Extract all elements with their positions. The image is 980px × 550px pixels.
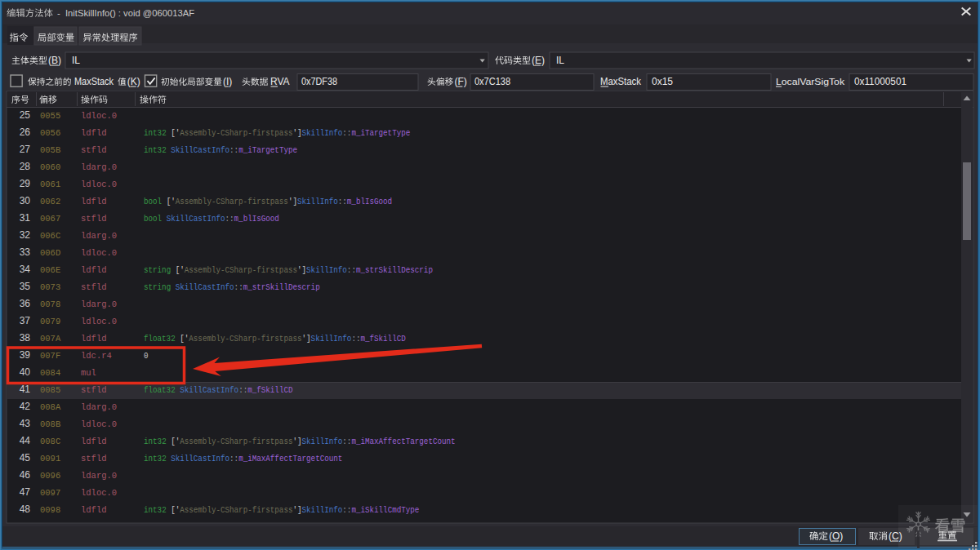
svg-text:[': [' bbox=[180, 334, 189, 344]
svg-text:ldloc.0: ldloc.0 bbox=[81, 317, 117, 326]
svg-text:MaxStack: MaxStack bbox=[600, 76, 642, 87]
svg-text:SkillCastInfo: SkillCastInfo bbox=[171, 145, 229, 155]
svg-text:42: 42 bbox=[20, 401, 31, 412]
svg-text:0062: 0062 bbox=[40, 197, 60, 206]
svg-text:30: 30 bbox=[20, 195, 31, 206]
svg-text:[': [' bbox=[171, 505, 180, 515]
svg-text:0073: 0073 bbox=[40, 282, 60, 292]
svg-text:::: :: bbox=[238, 385, 247, 395]
svg-text:25: 25 bbox=[20, 109, 31, 121]
svg-text:44: 44 bbox=[20, 435, 31, 446]
svg-text:0078: 0078 bbox=[40, 299, 60, 309]
svg-text:LocalVarSigTok: LocalVarSigTok bbox=[776, 77, 844, 86]
svg-text:float32: float32 bbox=[144, 385, 180, 395]
svg-text:SkillCastInfo: SkillCastInfo bbox=[180, 385, 238, 395]
svg-text:47: 47 bbox=[20, 486, 31, 498]
svg-text:33: 33 bbox=[20, 246, 31, 258]
svg-text:::: :: bbox=[342, 437, 351, 446]
svg-text:(E): (E) bbox=[532, 55, 545, 66]
svg-text:ldarg.0: ldarg.0 bbox=[81, 402, 117, 412]
svg-text:IL: IL bbox=[556, 55, 564, 66]
svg-text:- InitSkillInfo() : void @060: - InitSkillInfo() : void @060013AF bbox=[57, 8, 194, 18]
svg-text:43: 43 bbox=[20, 418, 31, 429]
svg-text:float32: float32 bbox=[144, 334, 180, 344]
svg-text:::: :: bbox=[229, 454, 238, 464]
svg-text:int32: int32 bbox=[144, 128, 171, 138]
svg-text:(I): (I) bbox=[223, 76, 232, 87]
svg-text:SkillCastInfo: SkillCastInfo bbox=[176, 282, 234, 292]
svg-text:006C: 006C bbox=[40, 231, 61, 241]
svg-text:stfld: stfld bbox=[81, 145, 107, 155]
svg-text:::: :: bbox=[229, 145, 238, 155]
svg-text:SkillInfo: SkillInfo bbox=[302, 128, 343, 138]
svg-text:34: 34 bbox=[20, 264, 31, 275]
svg-text:string: string bbox=[144, 282, 176, 292]
svg-text:::: :: bbox=[342, 505, 351, 515]
svg-text:005B: 005B bbox=[40, 145, 61, 155]
svg-text:[': [' bbox=[167, 197, 176, 206]
svg-text:::: :: bbox=[225, 214, 234, 224]
svg-text:(F): (F) bbox=[454, 76, 466, 87]
svg-text:m_iSkillCmdType: m_iSkillCmdType bbox=[351, 505, 419, 515]
svg-text:28: 28 bbox=[20, 161, 31, 172]
svg-text:0x11000501: 0x11000501 bbox=[854, 76, 906, 87]
svg-text:46: 46 bbox=[20, 469, 31, 481]
svg-text:0097: 0097 bbox=[40, 488, 60, 498]
svg-text:0091: 0091 bbox=[40, 454, 61, 464]
svg-text:m_iTargetType: m_iTargetType bbox=[351, 128, 410, 138]
svg-text:ldfld: ldfld bbox=[81, 505, 107, 515]
svg-text:(O): (O) bbox=[829, 530, 843, 542]
svg-text:36: 36 bbox=[20, 298, 31, 309]
svg-text:48: 48 bbox=[20, 503, 31, 515]
svg-text:(B): (B) bbox=[48, 55, 61, 66]
svg-text:0084: 0084 bbox=[40, 368, 61, 378]
svg-text:']: '] bbox=[297, 265, 306, 275]
svg-text:Assembly-CSharp-firstpass: Assembly-CSharp-firstpass bbox=[189, 334, 301, 344]
svg-text:0055: 0055 bbox=[40, 111, 60, 121]
svg-text:Assembly-CSharp-firstpass: Assembly-CSharp-firstpass bbox=[185, 265, 297, 275]
svg-text:0085: 0085 bbox=[40, 385, 60, 395]
svg-text:0x7DF38: 0x7DF38 bbox=[301, 76, 337, 87]
svg-text:0079: 0079 bbox=[40, 317, 60, 326]
svg-text:mul: mul bbox=[81, 368, 96, 378]
svg-text:SkillCastInfo: SkillCastInfo bbox=[167, 214, 225, 224]
svg-text:ldarg.0: ldarg.0 bbox=[81, 162, 117, 172]
svg-text:008B: 008B bbox=[40, 419, 61, 429]
svg-text:008C: 008C bbox=[40, 437, 61, 446]
svg-text:45: 45 bbox=[20, 452, 31, 464]
svg-text:m_iTargetType: m_iTargetType bbox=[238, 145, 297, 155]
svg-text:006E: 006E bbox=[40, 265, 61, 275]
svg-text:0x7C138: 0x7C138 bbox=[474, 76, 510, 87]
svg-text:SkillInfo: SkillInfo bbox=[302, 505, 343, 515]
svg-text:006D: 006D bbox=[40, 248, 61, 258]
svg-text:m_strSkillDescrip: m_strSkillDescrip bbox=[356, 265, 433, 275]
svg-text:32: 32 bbox=[20, 229, 31, 241]
svg-text:ldloc.0: ldloc.0 bbox=[81, 111, 117, 121]
svg-text:[': [' bbox=[176, 265, 185, 275]
svg-text:SkillInfo: SkillInfo bbox=[311, 334, 352, 344]
svg-text:m_iMaxAffectTargetCount: m_iMaxAffectTargetCount bbox=[238, 454, 342, 464]
svg-text:ldarg.0: ldarg.0 bbox=[81, 231, 117, 241]
svg-text:int32: int32 bbox=[144, 437, 171, 446]
svg-text:35: 35 bbox=[20, 281, 31, 292]
svg-text:007A: 007A bbox=[40, 334, 61, 344]
svg-text:m_blIsGood: m_blIsGood bbox=[234, 214, 279, 224]
svg-text:ldloc.0: ldloc.0 bbox=[81, 180, 117, 189]
svg-text:ldfld: ldfld bbox=[81, 197, 107, 206]
svg-text:SkillInfo: SkillInfo bbox=[297, 197, 338, 206]
svg-text:31: 31 bbox=[20, 212, 31, 224]
svg-text:m_blIsGood: m_blIsGood bbox=[347, 197, 392, 206]
svg-text:Assembly-CSharp-firstpass: Assembly-CSharp-firstpass bbox=[176, 197, 288, 206]
svg-text:37: 37 bbox=[20, 315, 31, 326]
svg-text:40: 40 bbox=[20, 366, 31, 378]
svg-text:int32: int32 bbox=[144, 454, 171, 464]
svg-text:0067: 0067 bbox=[40, 214, 60, 224]
svg-text:int32: int32 bbox=[144, 505, 171, 515]
svg-text:']: '] bbox=[292, 505, 301, 515]
svg-text:0061: 0061 bbox=[40, 180, 61, 189]
svg-text:0: 0 bbox=[144, 351, 149, 361]
svg-text:MaxStack: MaxStack bbox=[74, 76, 114, 87]
svg-text:RVA: RVA bbox=[270, 76, 290, 87]
svg-text:stfld: stfld bbox=[81, 454, 107, 464]
svg-text:']: '] bbox=[292, 437, 301, 446]
